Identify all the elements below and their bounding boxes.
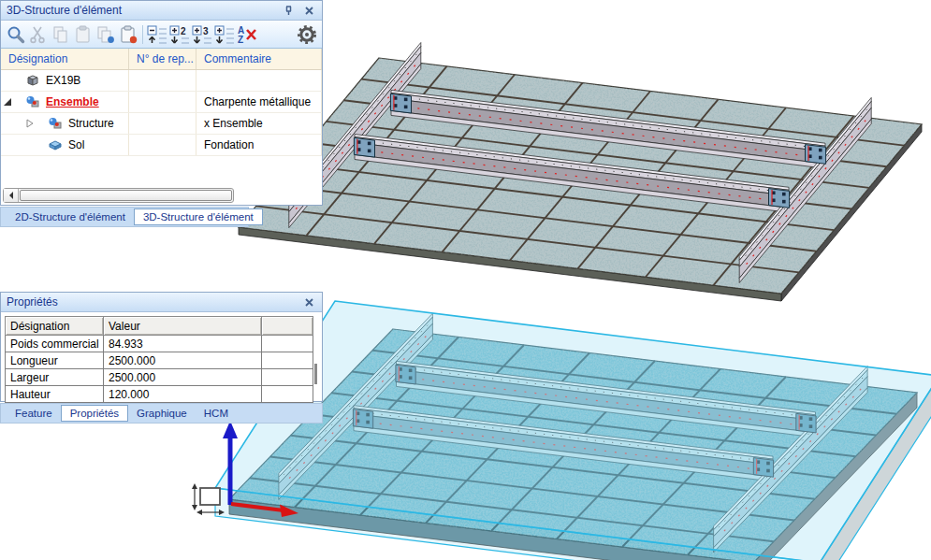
panel-structure: 3D-Structure d'élément [0,0,323,206]
expand-level-3-icon: 3 [191,23,213,46]
prop-column-valeur[interactable]: Valeur [104,316,262,336]
settings-button[interactable] [296,22,318,46]
paste-icon [73,24,94,45]
panel-structure-titlebar[interactable]: 3D-Structure d'élément [1,1,322,21]
property-row[interactable]: Largeur2500.000 [5,369,313,386]
tree-row-ensemble[interactable]: Ensemble Charpente métallique [1,92,322,113]
model-view-normal[interactable] [239,43,922,302]
expander-expanded-icon[interactable] [3,97,12,107]
scroll-left-button[interactable] [4,189,19,202]
panel-properties-titlebar[interactable]: Propriétés [1,293,322,312]
horizontal-scrollbar[interactable] [3,188,234,203]
close-icon[interactable] [301,3,316,18]
tab-proprietes[interactable]: Propriétés [61,405,128,422]
panel-properties: Propriétés Désignation Valeur Poids comm… [0,292,323,402]
svg-text:Z: Z [238,35,243,45]
property-row[interactable]: Hauteur120.000 [5,386,313,403]
remove-sorting-button[interactable]: A Z [236,22,258,46]
structure-toolbar: 2 3 A Z [1,21,322,49]
tree-label: Structure [68,117,114,130]
paste-contents-button[interactable] [117,22,139,46]
prop-column-extra [262,316,313,336]
expand-level-2-icon: 2 [168,23,191,46]
panel-title: 3D-Structure d'élément [7,4,122,17]
collapse-all-button[interactable] [146,22,168,46]
properties-tabstrip: Feature Propriétés Graphique HCM [0,403,323,424]
part-icon [25,74,40,87]
column-header-ref[interactable]: N° de rep... [129,49,196,69]
collapse-all-icon [146,23,168,46]
expand-all-icon [213,23,236,46]
tree-label-selected: Ensemble [46,95,99,108]
search-button[interactable] [5,22,27,46]
resize-widget-icon [192,483,225,515]
expand-level-2-button[interactable]: 2 [168,22,191,46]
slab-icon [48,138,63,151]
copy-contents-icon [95,24,116,45]
tab-3d-structure[interactable]: 3D-Structure d'élément [134,208,263,225]
vertical-scrollbar-thumb[interactable] [314,364,317,384]
tab-feature[interactable]: Feature [7,406,61,421]
assembly-icon [48,117,63,130]
copy-icon [51,24,71,45]
prop-column-designation[interactable]: Désignation [5,316,104,336]
assembly-icon [25,95,40,108]
tree-row-ex19b[interactable]: EX19B [1,70,322,92]
paste-button[interactable] [72,22,95,46]
close-icon[interactable] [301,294,316,309]
property-row[interactable]: Longueur2500.000 [5,352,313,369]
expand-all-button[interactable] [213,22,236,46]
svg-text:3: 3 [203,26,209,36]
search-icon [6,24,26,45]
properties-table: Désignation Valeur Poids commercial84.93… [5,316,313,403]
tab-graphique[interactable]: Graphique [128,406,196,421]
paste-contents-icon [118,24,138,45]
tree-row-sol[interactable]: Sol Fondation [1,135,322,156]
expander-collapsed-icon[interactable] [25,119,35,128]
copy-contents-button[interactable] [95,22,117,46]
cut-button[interactable] [27,22,50,46]
structure-tabstrip: 2D-Structure d'élément 3D-Structure d'él… [0,207,249,227]
tree-label: Sol [68,138,84,151]
column-header-comment[interactable]: Commentaire [196,49,322,69]
expand-level-3-button[interactable]: 3 [191,22,213,46]
tree-row-structure[interactable]: Structure x Ensemble [1,113,322,135]
scrollbar-thumb[interactable] [20,190,232,201]
property-row[interactable]: Poids commercial84.933 [5,336,313,352]
column-header-designation[interactable]: Désignation [1,49,129,69]
gear-icon [297,24,317,45]
scissors-icon [28,24,49,45]
structure-table-header: Désignation N° de rep... Commentaire [1,49,322,70]
tree-label: EX19B [46,74,80,87]
remove-sorting-icon: A Z [236,23,258,46]
pin-icon[interactable] [281,3,296,18]
tab-hcm[interactable]: HCM [196,406,237,421]
tab-2d-structure[interactable]: 2D-Structure d'élément [7,209,134,224]
panel-title: Propriétés [7,295,58,309]
copy-button[interactable] [50,22,72,46]
svg-text:2: 2 [181,26,186,36]
